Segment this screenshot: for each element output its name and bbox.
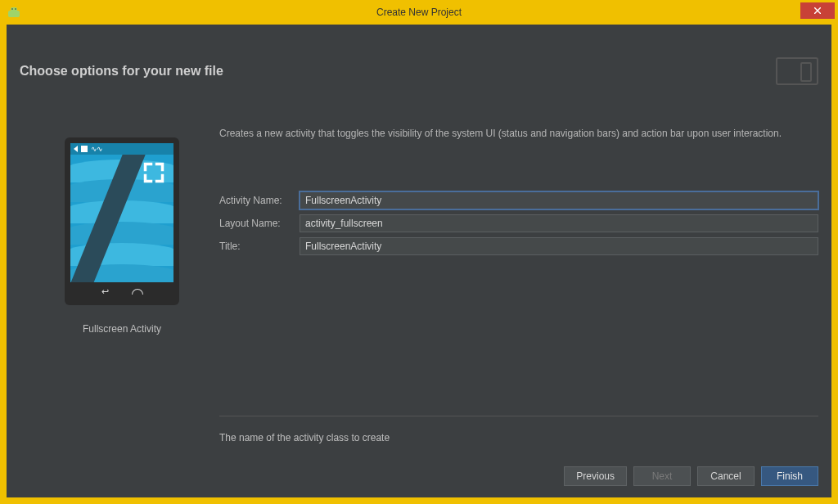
preview-column: ∿∿ ↩ [52,137,191,335]
close-button[interactable] [800,2,835,19]
svg-rect-1 [11,7,17,11]
activity-preview: ∿∿ ↩ [65,137,179,305]
label-title: Title: [219,241,295,252]
label-activity-name: Activity Name: [219,195,295,206]
form-column: Creates a new activity that toggles the … [219,128,818,260]
form-factor-icon [776,57,818,85]
svg-rect-0 [8,11,20,17]
nav-back-icon: ↩ [101,286,109,297]
preview-label: Fullscreen Activity [52,323,191,335]
header-row: Choose options for your new file [20,57,818,85]
cancel-button[interactable]: Cancel [697,466,755,486]
divider [219,416,818,416]
row-activity-name: Activity Name: [219,191,818,209]
row-layout-name: Layout Name: [219,214,818,232]
titlebar: Create New Project [0,0,838,25]
window-title: Create New Project [0,7,838,18]
app-icon [7,5,21,20]
content-panel: Choose options for your new file [7,25,831,497]
input-layout-name[interactable] [300,214,818,232]
next-button: Next [633,466,691,486]
nav-home-icon [132,289,143,295]
field-hint: The name of the activity class to create [219,432,390,443]
input-title[interactable] [300,237,818,255]
button-bar: Previous Next Cancel Finish [564,466,818,486]
label-layout-name: Layout Name: [219,218,295,229]
finish-button[interactable]: Finish [761,466,818,486]
previous-button[interactable]: Previous [564,466,627,486]
window-frame: Create New Project Choose options for yo… [0,0,838,504]
svg-point-2 [11,8,13,10]
page-heading: Choose options for your new file [20,64,223,79]
svg-point-3 [15,8,16,10]
description-text: Creates a new activity that toggles the … [219,128,818,139]
row-title: Title: [219,237,818,255]
input-activity-name[interactable] [300,191,818,209]
close-icon [814,7,821,14]
fullscreen-expand-icon [142,161,165,184]
